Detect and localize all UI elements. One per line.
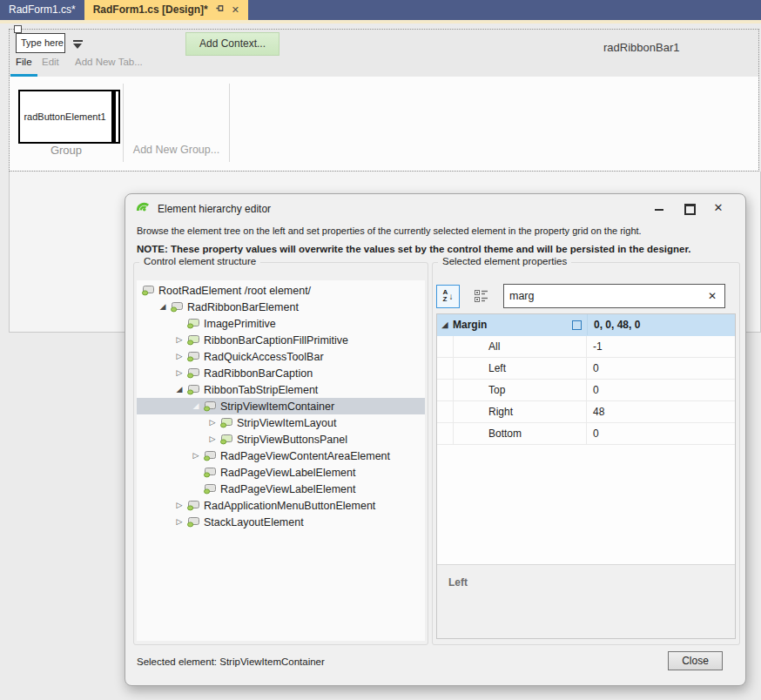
property-name: Margin [453,319,487,331]
tree-item-label: RadRibbonBarElement [187,301,299,313]
category-collapse-icon[interactable]: ◢ [437,314,453,335]
tree-item-label: RootRadElement /root element/ [158,285,311,297]
expand-expander-icon[interactable]: ▷ [173,332,185,348]
property-row[interactable]: Top0 [437,380,735,401]
expand-expander-icon[interactable]: ▷ [173,514,185,530]
ribbon-tab-add-new[interactable]: Add New Tab... [75,57,143,67]
property-name: Bottom [453,423,587,444]
property-grid-empty-area [437,445,735,564]
close-button[interactable]: Close [668,651,723,670]
tree-item[interactable]: ◢StripViewItemContainer [137,398,425,414]
tree-item[interactable]: ▷StripViewItemLayout [137,414,425,431]
element-icon [219,434,233,445]
margin-preview-icon [572,320,582,330]
groupbox-label: Control element structure [139,256,260,266]
collapse-expander-icon[interactable]: ◢ [173,381,185,398]
groupbox-label: Selected element properties [438,256,571,266]
minimize-icon[interactable] [653,203,665,213]
ribbon-tab-edit[interactable]: Edit [42,57,59,67]
element-tree: RootRadElement /root element/◢RadRibbonB… [137,280,425,641]
rad-button-element[interactable]: radButtonElement1 [18,90,120,144]
tree-item[interactable]: RadPageViewLabelElement [137,481,425,497]
group-caption: Group [10,144,123,157]
element-icon [169,301,184,313]
tree-item[interactable]: ▷RadQuickAccessToolBar [137,348,425,365]
tree-item[interactable]: RootRadElement /root element/ [137,282,425,299]
add-context-button[interactable]: Add Context... [185,32,279,56]
tree-item[interactable]: ImagePrimitive [137,315,425,332]
tab-radform-design[interactable]: RadForm1.cs [Design]* ✕ [84,0,248,20]
property-category-row[interactable]: ◢Margin0, 0, 48, 0 [437,314,735,336]
clear-search-icon[interactable]: ✕ [708,285,717,307]
window-buttons: ✕ [653,203,724,213]
sort-alphabetical-button[interactable]: AZ ↓ [436,285,460,308]
tree-item[interactable]: ◢RibbonTabStripElement [137,381,425,398]
property-value[interactable]: 0 [587,380,735,400]
chevron-collapse-icon[interactable] [73,40,83,49]
property-row[interactable]: Left0 [437,358,735,380]
element-icon [185,384,200,395]
property-row[interactable]: Right48 [437,401,735,423]
document-tabbar: RadForm1.cs* RadForm1.cs [Design]* ✕ [0,0,761,20]
vs-designer-screen: RadForm1.cs* RadForm1.cs [Design]* ✕ Typ… [0,0,761,700]
tree-item[interactable]: ▷RadRibbonBarCaption [137,365,425,381]
expand-expander-icon[interactable]: ▷ [173,365,185,381]
property-search-input[interactable]: marg ✕ [503,284,725,308]
selected-properties-groupbox: Selected element properties AZ ↓ [432,262,740,645]
collapse-expander-icon[interactable]: ◢ [157,299,169,315]
tree-item-label: StripViewItemContainer [220,400,334,413]
property-name: All [453,336,587,357]
tab-label: RadForm1.cs [Design]* [93,0,208,20]
tab-close-icon[interactable]: ✕ [232,0,239,20]
element-icon [185,367,200,379]
tree-item-label: StripViewButtonsPanel [237,434,347,446]
element-icon [202,467,217,478]
ribbon-tab-file[interactable]: File [16,57,32,67]
expand-expander-icon[interactable]: ▷ [173,348,185,365]
selection-handle[interactable] [14,25,22,33]
tree-item[interactable]: ▷RibbonBarCaptionFillPrimitive [137,332,425,348]
collapse-expander-icon[interactable]: ◢ [190,398,202,414]
expand-expander-icon[interactable]: ▷ [173,497,185,514]
tree-item[interactable]: ▷RadPageViewContentAreaElement [137,448,425,464]
element-icon [185,334,200,346]
tree-item[interactable]: ◢RadRibbonBarElement [137,299,425,315]
property-value[interactable]: 48 [587,401,735,422]
add-new-group-button[interactable]: Add New Group... [123,144,230,156]
property-row[interactable]: Bottom0 [437,423,735,445]
telerik-logo-icon [136,201,151,216]
expand-expander-icon[interactable]: ▷ [190,448,202,464]
type-here-input[interactable]: Type here [16,33,65,53]
tree-item-label: RadQuickAccessToolBar [204,351,324,363]
expand-expander-icon[interactable]: ▷ [206,414,219,431]
dialog-titlebar[interactable]: Element hierarchy editor [136,201,271,216]
element-icon [219,417,233,428]
tree-item[interactable]: ▷RadApplicationMenuButtonElement [137,497,425,514]
property-value[interactable]: 0 [587,423,735,444]
categorized-view-button[interactable] [471,286,492,306]
tab-radform-code[interactable]: RadForm1.cs* [0,0,84,20]
property-row[interactable]: All-1 [437,336,735,358]
element-icon [140,285,155,296]
tree-item-label: RadRibbonBarCaption [204,367,313,380]
expand-expander-icon[interactable]: ▷ [206,431,219,448]
property-toolbar: AZ ↓ marg [436,284,725,308]
margin-bar [111,91,116,142]
tree-item-label: StackLayoutElement [204,516,304,528]
tree-item[interactable]: ▷StripViewButtonsPanel [137,431,425,448]
tree-item[interactable]: ▷StackLayoutElement [137,514,425,530]
dialog-description: Browse the element tree on the left and … [137,225,642,236]
maximize-icon[interactable] [683,203,695,213]
property-grid: ◢Margin0, 0, 48, 0All-1Left0Top0Right48B… [436,313,736,639]
tree-item-label: RibbonBarCaptionFillPrimitive [204,334,348,347]
pin-icon[interactable] [215,0,225,20]
tree-item[interactable]: RadPageViewLabelElement [137,464,425,481]
element-icon [185,318,200,329]
property-value[interactable]: 0 [587,358,735,379]
ribbon-control-name: radRibbonBar1 [603,41,679,54]
close-icon[interactable]: ✕ [712,203,724,213]
property-description-pane: Left [437,564,735,638]
element-icon [202,400,217,412]
property-value[interactable]: -1 [587,336,735,357]
element-icon [202,483,217,495]
